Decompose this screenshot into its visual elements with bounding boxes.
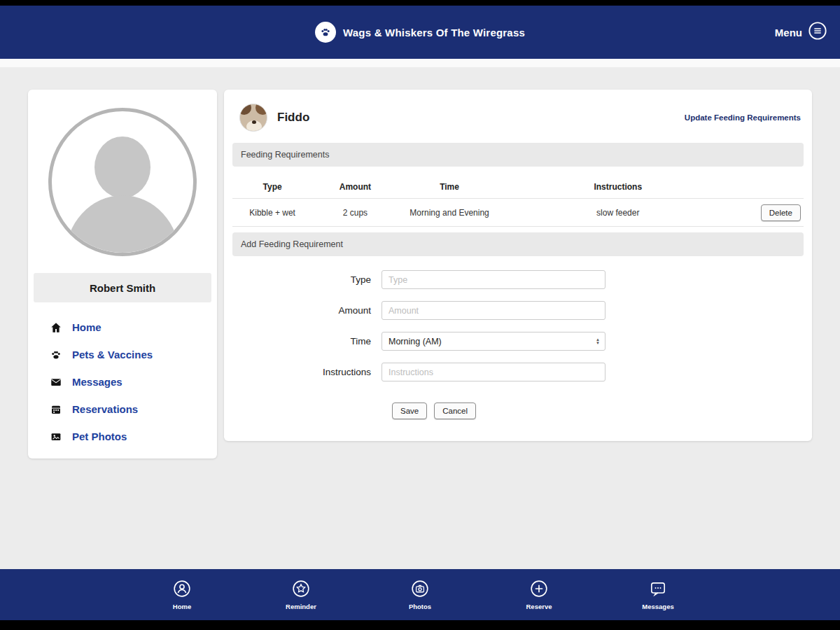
table-row: Kibble + wet 2 cups Morning and Evening … <box>232 199 804 227</box>
menu-label: Menu <box>775 27 802 38</box>
person-icon <box>173 580 191 601</box>
col-header-type: Type <box>232 182 312 192</box>
sidebar-item-label: Pets & Vaccines <box>72 349 153 360</box>
bottomnav-label: Home <box>173 603 191 610</box>
bottomnav-photos[interactable]: Photos <box>398 580 442 610</box>
bottomnav-label: Photos <box>409 603 431 610</box>
cell-amount: 2 cups <box>312 208 398 218</box>
avatar-silhouette-body <box>65 195 180 256</box>
avatar-silhouette-head <box>94 136 150 198</box>
hamburger-icon <box>808 21 827 43</box>
sidebar-item-pets-vaccines[interactable]: Pets & Vaccines <box>28 341 217 368</box>
add-feeding-form: Type Amount Time Morning (AM) ▲▼ Instruc… <box>232 270 804 419</box>
bottomnav-label: Reminder <box>286 603 316 610</box>
user-avatar <box>48 108 197 256</box>
envelope-icon <box>49 375 62 388</box>
profile-sidebar: Robert Smith Home Pets & Vaccines <box>28 90 217 458</box>
bottomnav-messages[interactable]: Messages <box>636 580 680 610</box>
cancel-button[interactable]: Cancel <box>434 402 476 419</box>
amount-label: Amount <box>232 305 382 316</box>
sidebar-item-label: Messages <box>72 376 122 388</box>
paw-logo-icon <box>315 22 336 43</box>
pet-avatar <box>239 104 267 132</box>
bottomnav-reserve[interactable]: Reserve <box>517 580 561 610</box>
bottomnav-label: Messages <box>642 603 673 610</box>
app-title: Wags & Whiskers Of The Wiregrass <box>343 27 525 38</box>
photo-icon <box>49 430 62 443</box>
col-header-amount: Amount <box>312 182 398 192</box>
home-icon <box>49 321 62 334</box>
instructions-label: Instructions <box>232 367 382 377</box>
app-header: Wags & Whiskers Of The Wiregrass Menu <box>0 6 840 59</box>
sidebar-item-pet-photos[interactable]: Pet Photos <box>28 423 217 450</box>
instructions-input[interactable] <box>382 363 606 382</box>
sidebar-item-label: Pet Photos <box>72 430 127 442</box>
user-name: Robert Smith <box>34 273 211 302</box>
sidebar-item-label: Home <box>72 321 102 333</box>
cell-type: Kibble + wet <box>232 208 312 218</box>
sidebar-item-messages[interactable]: Messages <box>28 368 217 396</box>
bottomnav-reminder[interactable]: Reminder <box>279 580 323 610</box>
paw-icon <box>49 348 62 361</box>
plus-icon <box>530 580 548 601</box>
bottom-nav: Home Reminder Photos <box>0 569 840 620</box>
sidebar-nav: Home Pets & Vaccines Messages <box>28 314 217 450</box>
pet-name: Fiddo <box>277 111 309 125</box>
select-arrows-icon: ▲▼ <box>596 338 600 345</box>
calendar-icon <box>49 402 62 416</box>
cell-time: Morning and Evening <box>398 208 501 218</box>
brand: Wags & Whiskers Of The Wiregrass <box>315 6 525 59</box>
camera-icon <box>411 580 429 601</box>
sidebar-item-label: Reservations <box>72 403 138 415</box>
star-icon <box>292 580 310 601</box>
add-feeding-section-header: Add Feeding Requirement <box>232 232 804 256</box>
feeding-table: Type Amount Time Instructions Kibble + w… <box>232 175 804 227</box>
feeding-table-header-row: Type Amount Time Instructions <box>232 175 804 199</box>
bottomnav-label: Reserve <box>526 603 552 610</box>
sidebar-item-reservations[interactable]: Reservations <box>28 396 217 423</box>
feeding-requirements-section-header: Feeding Requirements <box>232 143 804 167</box>
time-select[interactable]: Morning (AM) ▲▼ <box>382 332 606 351</box>
amount-input[interactable] <box>382 301 606 320</box>
pet-detail-card: Fiddo Update Feeding Requirements Feedin… <box>224 90 812 441</box>
type-input[interactable] <box>382 270 606 289</box>
chat-icon <box>649 580 667 601</box>
sidebar-item-home[interactable]: Home <box>28 314 217 341</box>
pet-header: Fiddo Update Feeding Requirements <box>232 90 804 143</box>
device-bezel-top <box>0 0 840 6</box>
delete-button[interactable]: Delete <box>761 204 801 221</box>
save-button[interactable]: Save <box>392 402 427 419</box>
col-header-instructions: Instructions <box>501 182 736 192</box>
col-header-time: Time <box>398 182 501 192</box>
menu-button[interactable]: Menu <box>775 21 827 43</box>
header-sub-strip <box>0 59 840 67</box>
device-bezel-bottom <box>0 620 840 630</box>
time-label: Time <box>232 336 382 346</box>
app-screen: Wags & Whiskers Of The Wiregrass Menu Ro… <box>0 0 840 630</box>
bottomnav-home[interactable]: Home <box>160 580 204 610</box>
update-feeding-link[interactable]: Update Feeding Requirements <box>685 113 801 122</box>
time-select-value: Morning (AM) <box>388 337 442 346</box>
cell-instructions: slow feeder <box>501 208 736 218</box>
type-label: Type <box>232 274 382 285</box>
